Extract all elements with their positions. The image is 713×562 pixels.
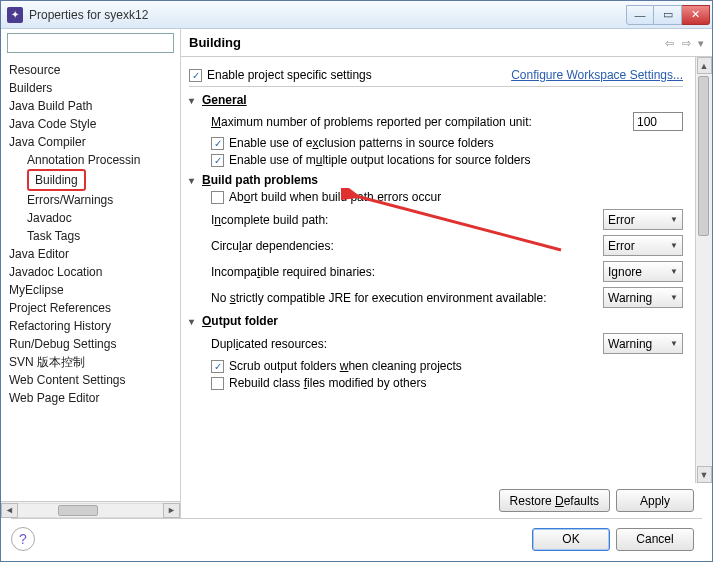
circular-select[interactable]: Error▼ [603,235,683,256]
section-output[interactable]: ▾ Output folder [189,314,683,328]
twisty-icon[interactable]: ▾ [189,316,199,327]
general-body: Maximum number of problems reported per … [211,112,683,167]
incompat-row: Incompatible required binaries: Ignore▼ [211,261,683,282]
sidebar-item-annotation-processin[interactable]: Annotation Processin [25,151,180,169]
section-general[interactable]: ▾ General [189,93,683,107]
nav-icons: ⇦ ⇨ ▾ [661,36,704,50]
buildpath-body: Abort build when build path errors occur… [211,190,683,308]
help-icon[interactable]: ? [11,527,35,551]
footer: ? OK Cancel [1,519,712,561]
menu-icon[interactable]: ▾ [698,37,704,49]
enable-row: Enable project specific settings Configu… [189,68,683,82]
scrub-checkbox[interactable] [211,360,224,373]
window: ✦ Properties for syexk12 — ▭ ✕ ResourceB… [0,0,713,562]
sidebar-item-java-editor[interactable]: Java Editor [7,245,180,263]
sidebar-item-javadoc-location[interactable]: Javadoc Location [7,263,180,281]
sidebar-item-refactoring-history[interactable]: Refactoring History [7,317,180,335]
enable-specific-label: Enable project specific settings [207,68,511,82]
sidebar-item-java-build-path[interactable]: Java Build Path [7,97,180,115]
abort-label: Abort build when build path errors occur [229,190,441,204]
section-general-title: General [202,93,247,107]
sidebar-item-web-content-settings[interactable]: Web Content Settings [7,371,180,389]
sidebar-item-run-debug-settings[interactable]: Run/Debug Settings [7,335,180,353]
scroll-up-icon[interactable]: ▲ [697,57,712,74]
vscroll-track[interactable] [697,74,712,466]
back-icon[interactable]: ⇦ [665,37,674,49]
multiple-row: Enable use of multiple output locations … [211,153,683,167]
divider [189,86,683,87]
max-problems-input[interactable] [633,112,683,131]
restore-apply-bar: Restore Defaults Apply [181,483,712,518]
section-buildpath[interactable]: ▾ Build path problems [189,173,683,187]
exclusion-checkbox[interactable] [211,137,224,150]
section-output-title: Output folder [202,314,278,328]
circular-row: Circular dependencies: Error▼ [211,235,683,256]
sidebar-item-java-compiler[interactable]: Java Compiler [7,133,180,151]
filter-input[interactable] [7,33,174,53]
sidebar-item-svn-[interactable]: SVN 版本控制 [7,353,180,371]
scrub-row: Scrub output folders when cleaning proje… [211,359,683,373]
window-buttons: — ▭ ✕ [626,5,710,25]
nojre-select[interactable]: Warning▼ [603,287,683,308]
circular-label: Circular dependencies: [211,239,603,253]
restore-defaults-button[interactable]: Restore Defaults [499,489,610,512]
forward-icon[interactable]: ⇨ [682,37,691,49]
section-buildpath-title: Build path problems [202,173,318,187]
content-scroll: Enable project specific settings Configu… [181,57,712,483]
abort-checkbox[interactable] [211,191,224,204]
sidebar-item-java-code-style[interactable]: Java Code Style [7,115,180,133]
incomplete-label: Incomplete build path: [211,213,603,227]
nav-tree[interactable]: ResourceBuildersJava Build PathJava Code… [1,59,180,501]
scrub-label: Scrub output folders when cleaning proje… [229,359,462,373]
content-vscroll[interactable]: ▲ ▼ [695,57,712,483]
sidebar-item-building[interactable]: Building [25,169,180,191]
close-button[interactable]: ✕ [682,5,710,25]
minimize-button[interactable]: — [626,5,654,25]
sidebar-item-builders[interactable]: Builders [7,79,180,97]
scroll-left-icon[interactable]: ◄ [1,503,18,518]
body: ResourceBuildersJava Build PathJava Code… [1,29,712,518]
nojre-label: No strictly compatible JRE for execution… [211,291,603,305]
titlebar: ✦ Properties for syexk12 — ▭ ✕ [1,1,712,29]
incomplete-row: Incomplete build path: Error▼ [211,209,683,230]
scroll-right-icon[interactable]: ► [163,503,180,518]
sidebar-item-errors-warnings[interactable]: Errors/Warnings [25,191,180,209]
exclusion-label: Enable use of exclusion patterns in sour… [229,136,494,150]
incompat-label: Incompatible required binaries: [211,265,603,279]
sidebar-item-web-page-editor[interactable]: Web Page Editor [7,389,180,407]
exclusion-row: Enable use of exclusion patterns in sour… [211,136,683,150]
cancel-button[interactable]: Cancel [616,528,694,551]
twisty-icon[interactable]: ▾ [189,95,199,106]
incomplete-select[interactable]: Error▼ [603,209,683,230]
vscroll-thumb[interactable] [698,76,709,236]
sidebar-item-task-tags[interactable]: Task Tags [25,227,180,245]
nojre-row: No strictly compatible JRE for execution… [211,287,683,308]
dup-select[interactable]: Warning▼ [603,333,683,354]
configure-workspace-link[interactable]: Configure Workspace Settings... [511,68,683,82]
apply-button[interactable]: Apply [616,489,694,512]
scroll-track[interactable] [18,503,163,518]
output-body: Duplicated resources: Warning▼ Scrub out… [211,333,683,390]
twisty-icon[interactable]: ▾ [189,175,199,186]
max-problems-row: Maximum number of problems reported per … [211,112,683,131]
sidebar-hscroll[interactable]: ◄ ► [1,501,180,518]
incompat-select[interactable]: Ignore▼ [603,261,683,282]
multiple-label: Enable use of multiple output locations … [229,153,531,167]
ok-button[interactable]: OK [532,528,610,551]
sidebar-item-project-references[interactable]: Project References [7,299,180,317]
enable-specific-checkbox[interactable] [189,69,202,82]
app-icon: ✦ [7,7,23,23]
multiple-checkbox[interactable] [211,154,224,167]
scroll-thumb[interactable] [58,505,98,516]
content: Enable project specific settings Configu… [181,57,695,483]
sidebar-item-resource[interactable]: Resource [7,61,180,79]
abort-row: Abort build when build path errors occur [211,190,683,204]
window-title: Properties for syexk12 [29,8,626,22]
filter-box [7,33,174,53]
sidebar-item-myeclipse[interactable]: MyEclipse [7,281,180,299]
scroll-down-icon[interactable]: ▼ [697,466,712,483]
rebuild-checkbox[interactable] [211,377,224,390]
maximize-button[interactable]: ▭ [654,5,682,25]
sidebar-item-javadoc[interactable]: Javadoc [25,209,180,227]
max-problems-label: Maximum number of problems reported per … [211,115,633,129]
